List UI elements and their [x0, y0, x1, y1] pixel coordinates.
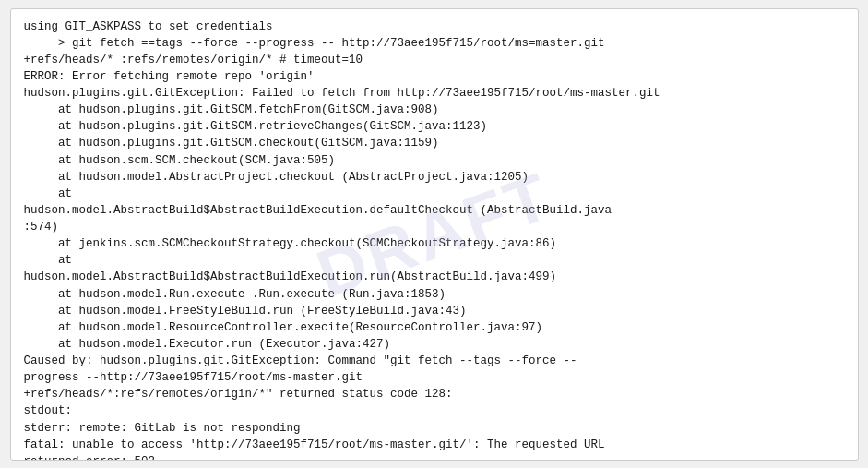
terminal-window: DRAFT using GIT_ASKPASS to set credentia…	[10, 8, 859, 461]
terminal-output: using GIT_ASKPASS to set credentials > g…	[24, 18, 845, 461]
